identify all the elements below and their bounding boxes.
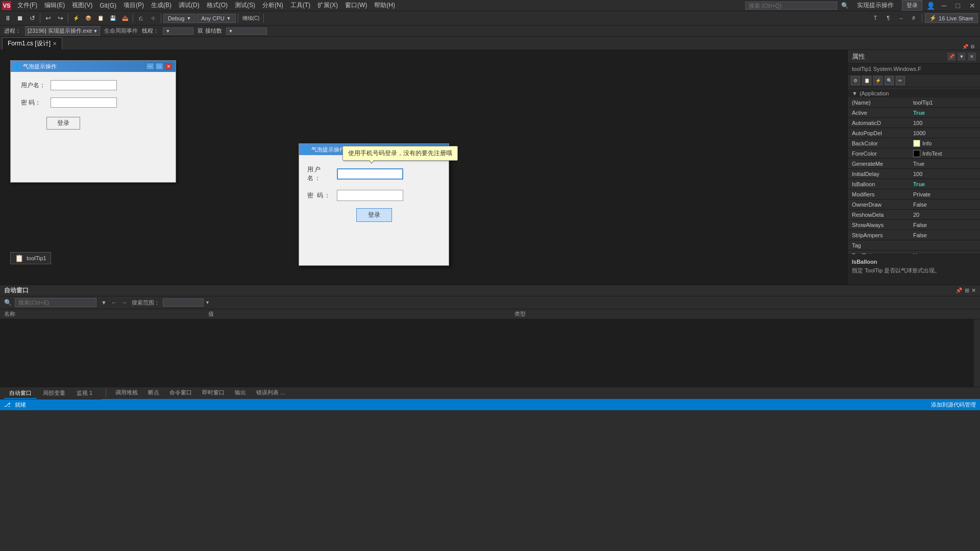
btn1[interactable]: ⚡ <box>70 13 82 24</box>
prop-row[interactable]: AutoPopDel1000 <box>848 128 980 138</box>
bottom-search-input[interactable] <box>15 298 96 307</box>
btn5[interactable]: 📤 <box>119 13 131 24</box>
menu-item-help[interactable]: 帮助(H) <box>371 1 398 10</box>
tab-error-list[interactable]: 错误列表 ... <box>251 388 290 398</box>
thread-dropdown[interactable]: ▼ <box>163 28 193 35</box>
prop-pin-icon[interactable]: 📌 <box>947 53 955 61</box>
prop-row[interactable]: (Name)toolTip1 <box>848 97 980 108</box>
prop-menu-icon[interactable]: ▼ <box>958 53 966 61</box>
form1-password-input[interactable] <box>51 97 117 108</box>
process-dropdown[interactable]: [23196] 实现提示操作.exe ▼ <box>25 26 100 36</box>
right-btn1[interactable]: T <box>870 13 881 24</box>
stop-button[interactable]: ⏹ <box>14 13 26 24</box>
prop-row[interactable]: AutomaticD100 <box>848 118 980 128</box>
tab-auto-window[interactable]: 自动窗口 <box>4 388 37 399</box>
prop-toolbar-btn1[interactable]: ⚙ <box>851 76 860 85</box>
menu-item-file[interactable]: 文件(F) <box>14 1 40 10</box>
menu-item-edit[interactable]: 编辑(E) <box>41 1 68 10</box>
lifecycle-btn[interactable]: 生命周期事件 <box>104 27 138 35</box>
pause-button[interactable]: ⏸ <box>2 13 13 24</box>
scope-dropdown-icon[interactable]: ▼ <box>205 300 210 305</box>
bottom-close-icon[interactable]: ✕ <box>971 287 976 294</box>
bottom-unpin-icon[interactable]: ⊞ <box>965 287 969 294</box>
prop-row[interactable]: ModifiersPrivate <box>848 189 980 199</box>
tab-pin-icon[interactable]: 📌 <box>962 44 968 49</box>
prop-section-expand[interactable]: ▼ <box>852 90 857 96</box>
prop-row[interactable]: Tag <box>848 240 980 251</box>
prop-toolbar-btn3[interactable]: ⚡ <box>873 76 883 85</box>
menu-item-extensions[interactable]: 扩展(X) <box>314 1 341 10</box>
prop-row[interactable]: ActiveTrue <box>848 108 980 118</box>
prop-row[interactable]: BackColorInfo <box>848 138 980 148</box>
form1-maximize[interactable]: □ <box>155 63 163 70</box>
tab-local-vars[interactable]: 局部变量 <box>38 388 70 399</box>
prop-row[interactable]: IsBalloonTrue <box>848 179 980 189</box>
bottom-pin-icon[interactable]: 📌 <box>955 287 963 294</box>
tab-form1-design[interactable]: Form1.cs [设计] ✕ <box>2 37 62 49</box>
tab-immediate-window[interactable]: 即时窗口 <box>197 388 230 398</box>
tab-breakpoints[interactable]: 断点 <box>143 388 164 398</box>
prop-row[interactable]: ShowAlwaysFalse <box>848 220 980 230</box>
close-button[interactable]: ✕ <box>967 1 978 11</box>
restart-button[interactable]: ↺ <box>27 13 38 24</box>
prop-row[interactable]: OwnerDrawFalse <box>848 199 980 210</box>
right-btn2[interactable]: ¶ <box>883 13 894 24</box>
bottom-scrollbar[interactable] <box>974 319 980 387</box>
search-dropdown-icon[interactable]: ▼ <box>100 299 108 306</box>
prop-row[interactable]: InitialDelay100 <box>848 169 980 179</box>
menu-item-format[interactable]: 格式(O) <box>204 1 231 10</box>
maximize-button[interactable]: □ <box>953 1 963 11</box>
runtime-username-input[interactable] <box>337 168 403 180</box>
runtime-login-button[interactable]: 登录 <box>356 208 392 222</box>
tab-output[interactable]: 输出 <box>230 388 251 398</box>
add-source-control[interactable]: 添加到源代码管理 <box>931 401 976 409</box>
prop-row[interactable]: ForeColorInfoText <box>848 148 980 159</box>
menu-item-project[interactable]: 项目(P) <box>120 1 147 10</box>
right-btn3[interactable]: → <box>895 13 906 24</box>
form1-minimize[interactable]: ─ <box>146 63 154 70</box>
any-cpu-dropdown[interactable]: Any CPU ▼ <box>197 14 235 23</box>
login-button-top[interactable]: 登录 <box>902 0 922 11</box>
btn3[interactable]: 📋 <box>95 13 106 24</box>
prop-row[interactable]: ReshowDela20 <box>848 210 980 220</box>
btn2[interactable]: 📦 <box>83 13 94 24</box>
tab-call-stack[interactable]: 调用堆栈 <box>110 388 143 398</box>
undo2-button[interactable]: ⎌ <box>135 13 146 24</box>
prop-close-icon[interactable]: ✕ <box>968 53 976 61</box>
live-share-button[interactable]: ⚡ 16 Live Share <box>925 13 978 23</box>
continue-btn[interactable]: 继续(C) <box>240 13 262 24</box>
debug-dropdown[interactable]: Debug ▼ <box>163 14 195 23</box>
form1-close[interactable]: ✕ <box>164 63 173 70</box>
prop-row[interactable]: GenerateMeTrue <box>848 159 980 169</box>
menu-item-build[interactable]: 生成(B) <box>148 1 175 10</box>
tooltip-component[interactable]: 📋 toolTip1 <box>10 252 51 264</box>
menu-item-debug[interactable]: 调试(D) <box>176 1 203 10</box>
prop-toolbar-btn4[interactable]: 🔍 <box>885 76 894 85</box>
search-prev-icon[interactable]: ← <box>110 299 118 306</box>
menu-item-git[interactable]: Git(G) <box>96 2 119 10</box>
tab-watch1[interactable]: 监视 1 <box>71 388 97 399</box>
search-scope-input[interactable] <box>163 298 204 307</box>
global-search-input[interactable] <box>745 2 837 10</box>
prop-row[interactable]: ToolTipIconNone <box>848 251 980 254</box>
menu-item-test[interactable]: 测试(S) <box>232 1 258 10</box>
undo-button[interactable]: ↩ <box>42 13 54 24</box>
redo-button[interactable]: ↪ <box>55 13 66 24</box>
prop-row[interactable]: StripAmpersFalse <box>848 230 980 240</box>
form1-design-window[interactable]: 🌐 气泡提示操作 ─ □ ✕ 用户名： 密 码： 登录 <box>10 60 176 183</box>
stack-dropdown[interactable]: ▼ <box>226 28 267 35</box>
minimize-button[interactable]: ─ <box>939 1 949 11</box>
right-btn4[interactable]: # <box>908 13 919 24</box>
runtime-window[interactable]: 🌐 气泡提示操作 ─ □ ✕ 使用手机号码登录，没有的要先注册哦 用户名： <box>299 143 449 266</box>
prop-toolbar-btn2[interactable]: 📋 <box>862 76 871 85</box>
btn4[interactable]: 💾 <box>107 13 118 24</box>
menu-item-window[interactable]: 窗口(W) <box>342 1 370 10</box>
prop-toolbar-btn5[interactable]: ✏ <box>896 76 905 85</box>
tab-gear-icon[interactable]: ⚙ <box>970 44 975 49</box>
select-btn[interactable]: ⊹ <box>148 13 159 24</box>
menu-item-analyze[interactable]: 分析(N) <box>259 1 286 10</box>
tab-close-button[interactable]: ✕ <box>53 41 57 46</box>
runtime-password-input[interactable] <box>337 190 403 201</box>
form1-login-button[interactable]: 登录 <box>46 117 80 130</box>
search-filter-icon[interactable]: 搜索范围： <box>130 298 161 307</box>
